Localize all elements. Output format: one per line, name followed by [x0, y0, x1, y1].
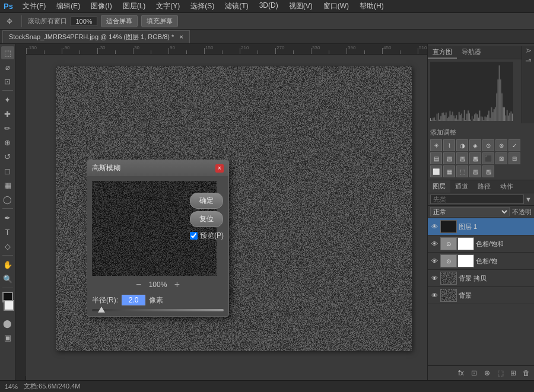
zoom-input[interactable]: [71, 17, 97, 26]
menu-file[interactable]: 文件(F): [18, 0, 50, 12]
preview-label[interactable]: 预览(P): [200, 231, 224, 241]
adj-threshold2[interactable]: ⬚: [456, 165, 468, 177]
layers-tab-layers[interactable]: 图层: [428, 180, 450, 193]
selection-tool[interactable]: ⬚: [1, 46, 14, 59]
radius-slider-track[interactable]: [92, 309, 224, 311]
layers-search-input[interactable]: [430, 195, 524, 204]
screen-mode[interactable]: ▣: [1, 331, 14, 344]
navigator-tab[interactable]: 导航器: [457, 46, 486, 59]
adj-icons-row2: ▤ ▧ ▨ ▩ ⬛ ⊠ ⊟: [430, 152, 532, 164]
menu-window[interactable]: 窗口(W): [319, 0, 354, 12]
adj-check[interactable]: ✓: [508, 139, 520, 151]
adj-g1[interactable]: ▧: [469, 165, 481, 177]
layer-new-btn[interactable]: ⊞: [508, 368, 519, 378]
pen-tool[interactable]: ✒: [1, 211, 14, 224]
hand-tool[interactable]: ✋: [1, 258, 14, 271]
layer-name-1: 色相/饱和: [476, 240, 532, 248]
layer-eye-2[interactable]: 👁: [430, 257, 438, 265]
brush-tool[interactable]: ✏: [1, 122, 14, 135]
adj-threshold[interactable]: ▧: [443, 152, 455, 164]
menu-image[interactable]: 图像(I): [86, 0, 116, 12]
app-icon: Ps: [2, 1, 14, 12]
adj-vibrance[interactable]: ◈: [469, 139, 481, 151]
layer-eye-4[interactable]: 👁: [430, 291, 438, 299]
menu-3d[interactable]: 3D(D): [255, 0, 283, 12]
layer-eye-0[interactable]: 👁: [430, 222, 438, 231]
layer-delete-btn[interactable]: 🗑: [521, 368, 532, 378]
text-tool[interactable]: T: [1, 225, 14, 238]
histogram-section: 直方图 导航器: [428, 46, 522, 123]
layer-item-1[interactable]: 👁 ⊙ 色相/饱和: [428, 235, 534, 253]
collapsed-panel-item-2[interactable]: ¶: [525, 59, 532, 62]
menu-help[interactable]: 帮助(H): [355, 0, 389, 12]
layer-mask-btn[interactable]: ⊡: [469, 368, 479, 378]
gradient-tool[interactable]: ▦: [1, 179, 14, 192]
blend-mode-select[interactable]: 正常: [430, 207, 510, 216]
adj-gradient-map[interactable]: ▩: [469, 152, 481, 164]
adjustments-section: 添加调整 ☀ ⌇ ◑ ◈ ⊙ ⊗ ✓ ▤ ▧ ▨ ▩ ⬛ ⊠ ⊟: [427, 126, 534, 180]
layers-tab-paths[interactable]: 路径: [473, 180, 495, 193]
heal-tool[interactable]: ✚: [1, 107, 14, 120]
zoom-out-btn[interactable]: −: [134, 279, 144, 290]
adj-colorlookup[interactable]: ⊟: [508, 152, 520, 164]
lasso-tool[interactable]: ⌀: [1, 60, 14, 74]
preview-checkbox[interactable]: [190, 232, 198, 240]
menu-edit[interactable]: 编辑(E): [52, 0, 85, 12]
zoom-tool[interactable]: 🔍: [1, 272, 14, 285]
layer-adj-btn[interactable]: ⊕: [482, 368, 492, 378]
dodge-tool[interactable]: ◯: [1, 193, 14, 206]
zoom-in-btn[interactable]: +: [171, 279, 182, 290]
adj-posterize[interactable]: ▨: [456, 152, 468, 164]
layer-thumb-3: [440, 272, 457, 285]
layer-item-4[interactable]: 👁 背景: [428, 287, 534, 304]
adj-brightness[interactable]: ☀: [430, 139, 442, 151]
background-color[interactable]: [4, 300, 14, 311]
adj-invert[interactable]: ⬜: [430, 165, 442, 177]
adj-channelmix[interactable]: ⊠: [495, 152, 507, 164]
layer-eye-1[interactable]: 👁: [430, 240, 438, 248]
layer-group-btn[interactable]: ⬚: [495, 368, 506, 378]
adj-posterize2[interactable]: ▦: [443, 165, 455, 177]
history-tool[interactable]: ↺: [1, 150, 14, 163]
radius-input[interactable]: [122, 295, 145, 305]
collapsed-panel-item[interactable]: A: [525, 49, 532, 53]
tool-sep-1: [2, 90, 13, 91]
adj-colorbalance[interactable]: ⊗: [495, 139, 507, 151]
document-tab[interactable]: StockSnap_JMRRS4PFRH.jpg @ 14% (图层 1, RG…: [2, 30, 190, 43]
histogram-tab[interactable]: 直方图: [428, 46, 457, 59]
layer-item-0[interactable]: 👁 图层 1: [428, 218, 534, 235]
reset-btn[interactable]: 复位: [190, 211, 223, 227]
menu-text[interactable]: 文字(Y): [151, 0, 185, 12]
adj-curves[interactable]: ⌇: [443, 139, 455, 151]
adj-selectivecolor[interactable]: ⬛: [482, 152, 494, 164]
layer-eye-3[interactable]: 👁: [430, 274, 438, 282]
radius-slider-thumb[interactable]: [98, 307, 105, 313]
clone-tool[interactable]: ⊕: [1, 136, 14, 149]
eraser-tool[interactable]: ◻: [1, 164, 14, 177]
menu-layer[interactable]: 图层(L): [118, 0, 151, 12]
adj-levels[interactable]: ▤: [430, 152, 442, 164]
layer-fx-btn[interactable]: fx: [456, 368, 466, 378]
filter-icon[interactable]: ▼: [525, 196, 532, 203]
move-tool-icon[interactable]: ✥: [4, 15, 15, 27]
adj-exposure[interactable]: ◑: [456, 139, 468, 151]
scroll-all-label: 滚动所有窗口: [28, 17, 67, 26]
fit-screen-btn[interactable]: 适合屏幕: [101, 15, 138, 27]
crop-tool[interactable]: ⊡: [1, 75, 14, 88]
dialog-close-btn[interactable]: ×: [215, 164, 224, 173]
layers-tab-channels[interactable]: 通道: [450, 180, 473, 193]
shape-tool[interactable]: ◇: [1, 240, 14, 253]
menu-filter[interactable]: 滤镜(T): [220, 0, 253, 12]
eyedropper-tool[interactable]: ✦: [1, 93, 14, 106]
adj-hue[interactable]: ⊙: [482, 139, 494, 151]
close-tab-btn[interactable]: ×: [179, 33, 183, 40]
layers-tab-actions[interactable]: 动作: [495, 180, 518, 193]
quick-mask[interactable]: ⬤: [1, 317, 14, 330]
layer-item-3[interactable]: 👁 背景 拷贝: [428, 270, 534, 287]
layer-item-2[interactable]: 👁 ⊙ 色相/饱: [428, 253, 534, 270]
menu-select[interactable]: 选择(S): [186, 0, 219, 12]
fill-screen-btn[interactable]: 填充屏幕: [141, 15, 178, 27]
menu-view[interactable]: 视图(V): [284, 0, 317, 12]
adj-g2[interactable]: ▨: [482, 165, 494, 177]
confirm-btn[interactable]: 确定: [190, 193, 223, 209]
